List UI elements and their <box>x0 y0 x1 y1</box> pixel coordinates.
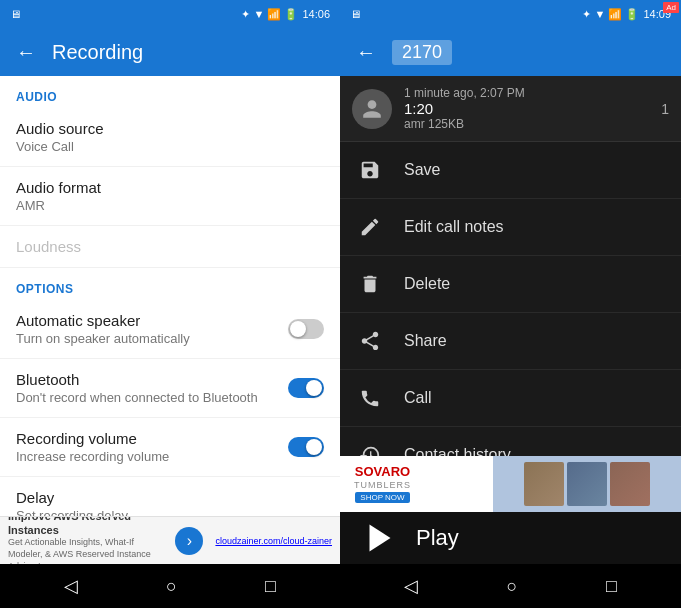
left-ad-banner[interactable]: Improve AWS Reserved Instances Get Actio… <box>0 516 340 564</box>
bluetooth-title: Bluetooth <box>16 371 258 388</box>
ad-brand: SOVARO <box>355 465 410 479</box>
right-home-nav[interactable]: ○ <box>507 576 518 597</box>
ad-shop-now[interactable]: SHOP NOW <box>355 492 409 503</box>
left-status-bar: 🖥 ✦ ▼ 📶 🔋 14:06 <box>0 0 340 28</box>
bluetooth-knob <box>306 380 322 396</box>
left-status-icons: ✦ ▼ 📶 🔋 14:06 <box>241 8 330 21</box>
audio-source-subtitle: Voice Call <box>16 139 104 154</box>
right-status-bar: 🖥 ✦ ▼ 📶 🔋 14:09 <box>340 0 681 28</box>
auto-speaker-knob <box>290 321 306 337</box>
left-nav-bar: ◁ ○ □ <box>0 564 340 608</box>
svg-marker-0 <box>370 525 391 552</box>
recording-duration: 1:20 <box>404 100 649 117</box>
ad-image-1 <box>524 462 564 506</box>
call-menu-item[interactable]: Call <box>340 370 681 427</box>
share-label: Share <box>404 332 447 350</box>
left-time: 14:06 <box>302 8 330 20</box>
save-menu-item[interactable]: Save <box>340 142 681 199</box>
bluetooth-subtitle: Don't record when connected to Bluetooth <box>16 390 258 405</box>
ad-text-2: Get Actionable Insights, What-If Modeler… <box>8 537 167 564</box>
delete-label: Delete <box>404 275 450 293</box>
auto-speaker-toggle[interactable] <box>288 319 324 339</box>
left-back-nav[interactable]: ◁ <box>64 575 78 597</box>
edit-notes-menu-item[interactable]: Edit call notes <box>340 199 681 256</box>
call-label: Call <box>404 389 432 407</box>
ad-arrow-button[interactable]: › <box>175 527 203 555</box>
play-bar: Play <box>340 512 681 564</box>
play-button[interactable] <box>360 518 400 558</box>
edit-notes-label: Edit call notes <box>404 218 504 236</box>
right-notification-icon: 🖥 <box>350 8 361 20</box>
ad-sub: TUMBLERS <box>354 480 411 490</box>
left-panel: 🖥 ✦ ▼ 📶 🔋 14:06 ← Recording AUDIO Audio … <box>0 0 340 608</box>
delay-subtitle: Set recording delay <box>16 508 128 516</box>
left-notification-icon: 🖥 <box>10 8 21 20</box>
audio-format-subtitle: AMR <box>16 198 101 213</box>
recording-volume-subtitle: Increase recording volume <box>16 449 169 464</box>
share-icon <box>356 327 384 355</box>
contact-history-label: Contact history <box>404 446 511 456</box>
ad-image-3 <box>610 462 650 506</box>
recording-volume-item[interactable]: Recording volume Increase recording volu… <box>0 418 340 477</box>
right-menu-list: Save Edit call notes Delete Share <box>340 142 681 456</box>
contact-history-menu-item[interactable]: Contact history <box>340 427 681 456</box>
recording-time-ago: 1 minute ago, 2:07 PM <box>404 86 649 100</box>
share-menu-item[interactable]: Share <box>340 313 681 370</box>
save-label: Save <box>404 161 440 179</box>
left-home-nav[interactable]: ○ <box>166 576 177 597</box>
save-icon <box>356 156 384 184</box>
contact-number: 2170 <box>392 40 452 65</box>
left-title: Recording <box>52 41 143 64</box>
audio-source-item[interactable]: Audio source Voice Call <box>0 108 340 167</box>
left-content: AUDIO Audio source Voice Call Audio form… <box>0 76 340 516</box>
bluetooth-item[interactable]: Bluetooth Don't record when connected to… <box>0 359 340 418</box>
bluetooth-toggle[interactable] <box>288 378 324 398</box>
audio-source-title: Audio source <box>16 120 104 137</box>
left-recent-nav[interactable]: □ <box>265 576 276 597</box>
recording-volume-toggle[interactable] <box>288 437 324 457</box>
delete-menu-item[interactable]: Delete <box>340 256 681 313</box>
recording-volume-title: Recording volume <box>16 430 169 447</box>
audio-format-item[interactable]: Audio format AMR <box>0 167 340 226</box>
loudness-title: Loudness <box>16 238 81 255</box>
delay-title: Delay <box>16 489 128 506</box>
left-header: ← Recording <box>0 28 340 76</box>
call-icon <box>356 384 384 412</box>
loudness-item: Loudness <box>0 226 340 268</box>
auto-speaker-item[interactable]: Automatic speaker Turn on speaker automa… <box>0 300 340 359</box>
right-nav-bar: ◁ ○ □ <box>340 564 681 608</box>
contact-avatar <box>352 89 392 129</box>
recording-volume-knob <box>306 439 322 455</box>
auto-speaker-subtitle: Turn on speaker automatically <box>16 331 190 346</box>
right-panel: 🖥 ✦ ▼ 📶 🔋 14:09 ← 2170 1 minute ago, 2:0… <box>340 0 681 608</box>
delay-item[interactable]: Delay Set recording delay <box>0 477 340 516</box>
right-back-nav[interactable]: ◁ <box>404 575 418 597</box>
right-header: ← 2170 <box>340 28 681 76</box>
ad-image-2 <box>567 462 607 506</box>
edit-icon <box>356 213 384 241</box>
right-recent-nav[interactable]: □ <box>606 576 617 597</box>
ad-text-1: Improve AWS Reserved Instances <box>8 516 167 537</box>
right-back-button[interactable]: ← <box>356 41 376 64</box>
recording-info: 1 minute ago, 2:07 PM 1:20 amr 125KB 1 <box>340 76 681 142</box>
right-status-icons: ✦ ▼ 📶 🔋 14:09 <box>582 8 671 21</box>
play-label: Play <box>416 525 459 551</box>
audio-section-label: AUDIO <box>0 76 340 108</box>
recording-meta: amr 125KB <box>404 117 649 131</box>
delete-icon <box>356 270 384 298</box>
auto-speaker-title: Automatic speaker <box>16 312 190 329</box>
left-back-button[interactable]: ← <box>16 41 36 64</box>
history-icon <box>356 441 384 456</box>
recording-count: 1 <box>661 101 669 117</box>
ad-link[interactable]: cloudzainer.com/cloud-zainer <box>215 536 332 546</box>
audio-format-title: Audio format <box>16 179 101 196</box>
options-section-label: OPTIONS <box>0 268 340 300</box>
right-ad-banner[interactable]: SOVARO TUMBLERS SHOP NOW Ad <box>340 456 681 512</box>
